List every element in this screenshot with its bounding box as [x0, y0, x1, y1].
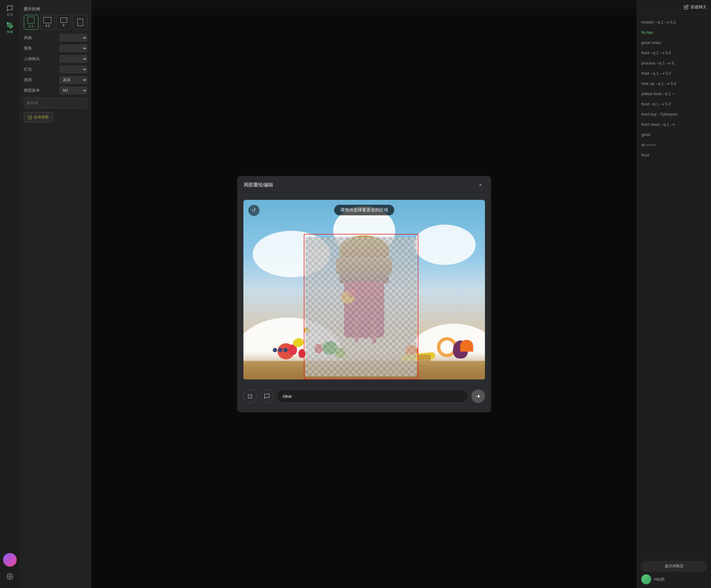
new-chat-button[interactable]: 新建聊天 [684, 4, 707, 10]
prompt-input[interactable] [24, 97, 87, 108]
chat-list: header --q 1 --v 5.2 Ni hao good news fo… [637, 15, 711, 557]
chat-item-10[interactable]: food news --q 1 --v [637, 119, 711, 129]
ratio-section-title: 图片比例 [24, 6, 87, 12]
ratio-1-1[interactable]: 1:1 [24, 15, 38, 30]
cloud-top-right [414, 225, 476, 265]
blueberry-cluster [273, 348, 288, 352]
image-canvas[interactable]: 请拖动选择要更改的区域 ↺ [243, 200, 485, 379]
chat-item-12[interactable]: wi ==== [637, 140, 711, 150]
chat-bubble-icon [264, 393, 270, 399]
ratio-4-3-icon [43, 17, 51, 23]
selection-tool-button[interactable]: ⊡ [243, 390, 257, 403]
style-label: 风格 [24, 35, 32, 41]
modal-close-button[interactable]: × [476, 181, 485, 190]
ratio-4-3[interactable]: 4:3 [40, 15, 55, 30]
upload-icon [28, 115, 32, 120]
upload-button[interactable]: 自传垫图 [24, 112, 52, 122]
chat-nav-item[interactable]: 对话 [2, 3, 18, 19]
portrait-row: 人物镜头 [24, 55, 87, 63]
selection-icon: ⊡ [247, 393, 253, 400]
chat-item-7[interactable]: yellow food --q 1 -- [637, 89, 711, 99]
upload-label: 自传垫图 [34, 114, 49, 120]
quality-row: 画质 高清 [24, 76, 87, 84]
paint-nav-item[interactable]: 绘画 [2, 20, 18, 36]
chat-item-6[interactable]: look up --q 1 --v 5.2 [637, 78, 711, 89]
paint-label: 绘画 [7, 30, 13, 34]
chat-tool-button[interactable] [260, 390, 274, 403]
angle-select[interactable] [60, 45, 87, 52]
ratio-3x-label: 3: [62, 23, 65, 27]
ai-label: AI绘图 [654, 577, 665, 582]
blueberry3 [283, 348, 288, 352]
chat-item-2[interactable]: good news [637, 38, 711, 48]
ratio-3x[interactable]: 3: [57, 15, 71, 30]
user-avatar[interactable] [3, 553, 17, 567]
reset-icon: ↺ [252, 207, 256, 213]
blueberry2 [278, 348, 282, 352]
angle-row: 视角 [24, 45, 87, 52]
modal-overlay: 局部重绘编辑 × [91, 0, 637, 588]
portrait-select[interactable] [60, 55, 87, 63]
ratio-3x-icon [60, 18, 67, 23]
style-row: 风格 [24, 34, 87, 42]
modal-header: 局部重绘编辑 × [237, 176, 491, 195]
quality-label: 画质 [24, 77, 32, 83]
chat-item-3[interactable]: food --q 1 --v 5.2 [637, 48, 711, 58]
ratio-portrait[interactable] [73, 15, 87, 30]
modal-title: 局部重绘编辑 [243, 182, 273, 188]
ai-avatar [641, 574, 651, 584]
prompt-store-label: 提示词商店 [665, 564, 684, 568]
ratio-portrait-icon [78, 19, 83, 26]
main-panel: 图片比例 1:1 4:3 3: 风格 视角 人物镜头 灯光 画质 [20, 0, 91, 588]
ratio-1-1-label: 1:1 [29, 24, 34, 28]
left-sidebar: 对话 绘画 [0, 0, 20, 588]
portrait-label: 人物镜头 [24, 56, 40, 62]
model-row: 模型版本 MJ [24, 87, 87, 94]
strawberry2 [299, 349, 305, 358]
close-icon: × [479, 182, 482, 188]
reset-button[interactable]: ↺ [249, 205, 259, 216]
chat-item-1[interactable]: Ni hao [637, 27, 711, 38]
ratio-options: 1:1 4:3 3: [24, 15, 87, 30]
quality-select[interactable]: 高清 [60, 76, 87, 84]
chat-item-11[interactable]: good [637, 129, 711, 140]
chat-item-4[interactable]: process --q 1 --v 5. [637, 58, 711, 68]
hint-bar: 请拖动选择要更改的区域 [334, 205, 394, 215]
chat-label: 对话 [7, 13, 13, 17]
submit-button[interactable] [471, 390, 485, 403]
blueberry1 [273, 348, 277, 352]
edit-icon [684, 5, 689, 9]
inpaint-prompt-input[interactable] [277, 390, 468, 403]
modal-footer: ⊡ [237, 384, 491, 403]
ai-row: AI绘图 [641, 574, 707, 584]
ratio-4-3-label: 4:3 [45, 24, 49, 27]
light-select[interactable] [60, 66, 87, 73]
new-chat-label: 新建聊天 [691, 4, 707, 10]
center-content: 局部重绘编辑 × [91, 0, 637, 588]
svg-point-0 [9, 24, 10, 26]
inpaint-modal: 局部重绘编辑 × [237, 176, 491, 412]
style-select[interactable] [60, 34, 87, 42]
light-row: 灯光 [24, 66, 87, 73]
spice [418, 355, 431, 361]
settings-button[interactable] [3, 570, 17, 583]
modal-body: 请拖动选择要更改的区域 ↺ [237, 195, 491, 384]
chat-item-8[interactable]: food --q 1 --v 5.2 [637, 99, 711, 109]
submit-arrow-icon [475, 393, 481, 399]
orange-cut [460, 340, 473, 352]
light-label: 灯光 [24, 67, 32, 72]
right-panel-header: 新建聊天 [637, 0, 711, 15]
chat-item-0[interactable]: header --q 1 --v 5.2 [637, 17, 711, 27]
scene-container [243, 200, 485, 379]
hint-text: 请拖动选择要更改的区域 [340, 207, 388, 212]
prompt-store-button[interactable]: 提示词商店 [641, 561, 707, 571]
svg-point-1 [9, 575, 11, 578]
right-panel: 新建聊天 header --q 1 --v 5.2 Ni hao good ne… [637, 0, 711, 588]
model-label: 模型版本 [24, 88, 40, 93]
chat-item-5[interactable]: food --q 1 --v 5.2 [637, 68, 711, 78]
right-panel-footer: 提示词商店 AI绘图 [637, 557, 711, 588]
ratio-1-1-icon [27, 17, 35, 24]
model-select[interactable]: MJ [60, 87, 87, 94]
chat-item-13[interactable]: food [637, 150, 711, 160]
chat-item-9[interactable]: food boy , Cyberpun [637, 109, 711, 119]
